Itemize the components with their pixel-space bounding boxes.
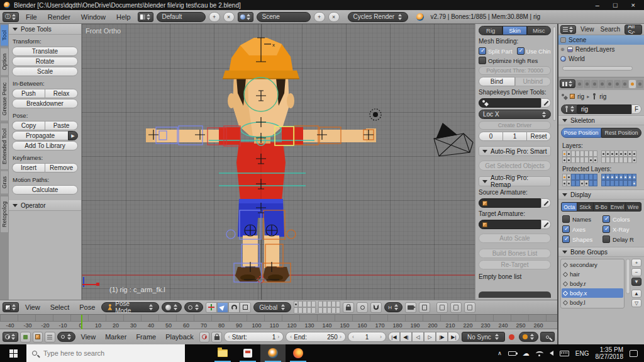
layer-toggle[interactable] [589,150,593,157]
layer-toggle[interactable] [580,157,584,163]
layer-toggle[interactable] [562,157,567,163]
tab-bone-icon[interactable] [636,80,643,88]
layer-toggle[interactable] [567,174,571,180]
tab-rig[interactable]: Rig [479,26,502,35]
arp-smart-panel-header[interactable]: Auto-Rig Pro: Smart [479,146,551,156]
target-armature-field[interactable] [479,220,541,229]
axes-checkbox[interactable] [562,225,570,233]
driver-value-1-button[interactable]: 1 [503,132,526,141]
copy-pose-icon[interactable] [436,302,448,313]
optimize-high-res-checkbox[interactable] [479,57,486,64]
pin-icon[interactable] [562,94,567,99]
menu-help[interactable]: Help [113,13,135,21]
calculate-paths-button[interactable]: Calculate [12,185,78,195]
layer-toggle[interactable] [323,307,327,314]
snap-element-select[interactable]: H [384,302,402,312]
pinned-app-icon[interactable] [235,344,260,362]
only-selected-icon[interactable] [33,332,43,342]
editor-type-outliner-icon[interactable] [560,25,576,34]
sync-mode-select[interactable]: No Sync [462,332,505,342]
keying-set-select[interactable] [519,332,538,342]
layer-toggle[interactable] [606,157,610,163]
shelf-tab-option[interactable]: Option [0,48,9,76]
clock[interactable]: 1:35 PM 8/27/2018 [596,346,624,360]
relax-button[interactable]: Relax [45,89,78,98]
layer-toggle[interactable] [632,180,636,186]
taskbar-search[interactable] [26,344,185,362]
menu-file[interactable]: File [22,13,41,21]
layer-toggle[interactable] [584,157,589,163]
previous-keyframe-icon[interactable]: ◀| [400,332,412,342]
layer-toggle[interactable] [614,180,619,186]
scale-manipulator-icon[interactable] [240,302,251,313]
bone-groups-panel-header[interactable]: Bone Groups [558,247,644,257]
layer-toggle[interactable] [628,157,632,163]
layer-toggle[interactable] [307,307,311,314]
layer-toggle[interactable] [601,180,606,186]
bone-group-row[interactable]: hair [562,269,623,279]
layer-toggle[interactable] [589,174,593,180]
snap-magnet-icon[interactable] [370,302,382,313]
layer-toggle[interactable] [606,180,610,186]
start-button[interactable] [0,344,26,362]
play-icon[interactable]: ▷ [424,332,436,342]
opengl-render-anim-icon[interactable] [419,302,430,313]
tab-armature-data-icon[interactable] [629,80,636,88]
remove-bone-group-button[interactable]: − [631,268,641,276]
opengl-render-icon[interactable] [405,302,416,313]
layer-toggle[interactable] [623,150,628,157]
view3d-menu-pose[interactable]: Pose [75,303,99,311]
skeleton-panel-header[interactable]: Skeleton [558,115,644,125]
battery-icon[interactable] [508,351,516,356]
pivot-point-select[interactable] [184,302,203,312]
transform-orientation-select[interactable]: Global [253,302,291,312]
timeline-ruler[interactable]: -40-30-20-100102030405060708090100110120… [0,322,557,329]
layer-toggle[interactable] [589,180,593,186]
tray-chevron-icon[interactable]: ∧ [497,350,502,356]
auto-scale-button[interactable]: Auto Scale [479,234,551,243]
next-keyframe-icon[interactable]: |▶ [436,332,448,342]
mode-select[interactable]: Pose Mode [101,302,159,312]
shelf-tab-grease-pencil[interactable]: Grease Penc [0,77,9,122]
layer-toggle[interactable] [567,157,571,163]
action-center-icon[interactable] [630,350,638,357]
layer-toggle[interactable] [584,150,589,157]
screen-layout-icon[interactable] [138,12,153,22]
layer-toggle[interactable] [584,180,589,186]
bind-button[interactable]: Bind [479,77,515,86]
layer-toggle[interactable] [327,301,331,307]
layer-toggle[interactable] [619,150,623,157]
layer-toggle[interactable] [298,301,303,307]
driver-reset-button[interactable]: Reset [526,132,551,141]
keyboard-icon[interactable] [560,351,569,356]
layer-toggle[interactable] [318,301,323,307]
layer-toggle[interactable] [628,180,632,186]
menu-window[interactable]: Window [77,13,109,21]
shelf-tab-retopology[interactable]: Retopolog [0,196,9,233]
tab-world-icon[interactable] [599,80,606,88]
layer-toggle[interactable] [580,150,584,157]
scene-browse-icon[interactable] [238,12,253,22]
move-group-up-icon[interactable]: ▲ [631,290,641,298]
layer-toggle[interactable] [623,180,628,186]
rotate-button[interactable]: Rotate [12,57,78,66]
timeline-menu-view[interactable]: View [77,333,100,341]
layer-toggle[interactable] [619,157,623,163]
colors-checkbox[interactable] [602,215,610,223]
maximize-icon[interactable]: □ [613,1,618,9]
bone-group-row[interactable]: body.x [562,288,623,298]
layer-toggle[interactable] [610,180,614,186]
layer-toggle[interactable] [571,157,575,163]
layer-toggle[interactable] [318,307,323,314]
editor-type-3dview-icon[interactable] [3,302,19,312]
add-to-library-button[interactable]: Add To Library [12,141,78,150]
xray-checkbox[interactable] [602,225,610,233]
fake-user-button[interactable]: F [631,105,641,114]
blender-taskbar-icon[interactable] [260,344,286,362]
driver-bone-field[interactable] [479,98,541,108]
layer-toggle[interactable] [294,301,298,307]
layer-toggle[interactable] [336,301,340,307]
insert-keyframe-button[interactable]: Insert [12,163,45,173]
layer-toggle[interactable] [571,150,575,157]
bone-group-row[interactable]: body.l [562,298,623,307]
